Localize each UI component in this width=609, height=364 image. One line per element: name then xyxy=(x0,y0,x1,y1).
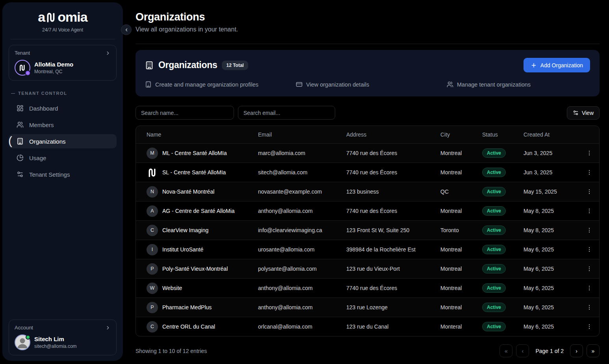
org-address: 398984 de la Rochelière Est xyxy=(346,246,440,253)
row-actions-button[interactable] xyxy=(583,147,595,159)
feature-manage-tenant: Manage tenant organizations xyxy=(447,81,590,88)
next-page-button[interactable]: › xyxy=(570,344,583,357)
table-row[interactable]: A AG - Centre de Santé AlloMia anthony@a… xyxy=(136,201,599,220)
dashboard-icon xyxy=(17,105,24,112)
org-city: Toronto xyxy=(440,227,482,233)
org-email: orlcanal@allomia.com xyxy=(258,323,346,330)
org-created-at: May 8, 2025 xyxy=(524,208,583,214)
more-vertical-icon xyxy=(586,208,592,214)
column-header-created[interactable]: Created At xyxy=(524,131,583,138)
sidebar-item-dashboard[interactable]: Dashboard xyxy=(9,101,117,115)
chevron-left-icon xyxy=(124,28,129,32)
more-vertical-icon xyxy=(586,169,592,176)
search-name-input[interactable] xyxy=(136,106,234,120)
row-actions-button[interactable] xyxy=(583,301,595,313)
table-row[interactable]: P Pharmacie MedPlus anthony@allomia.com … xyxy=(136,297,599,317)
org-avatar: P xyxy=(147,302,158,313)
section-dash xyxy=(11,93,15,94)
online-status-dot xyxy=(26,335,30,340)
add-organization-button[interactable]: Add Organization xyxy=(524,58,590,72)
table-row[interactable]: C ClearView Imaging info@clearviewimagin… xyxy=(136,220,599,240)
more-vertical-icon xyxy=(586,266,592,272)
row-actions-button[interactable] xyxy=(583,224,595,236)
first-page-button[interactable]: « xyxy=(499,344,512,357)
sidebar-item-usage[interactable]: Usage xyxy=(9,151,117,165)
row-actions-button[interactable] xyxy=(583,263,595,275)
entries-summary: Showing 1 to 10 of 12 entries xyxy=(136,348,207,354)
allomia-logo: a omia xyxy=(9,9,117,25)
building-icon xyxy=(145,61,154,70)
org-created-at: Jun 3, 2025 xyxy=(524,150,583,156)
last-page-button[interactable]: » xyxy=(587,344,600,357)
users-icon xyxy=(17,121,24,128)
account-card[interactable]: Account Sitech Lim sitech@allomia.com xyxy=(9,320,117,355)
org-address: 7740 rue des Écores xyxy=(346,169,440,176)
row-actions-button[interactable] xyxy=(583,166,595,178)
status-badge: Active xyxy=(482,225,506,235)
org-name: Nova-Santé Montréal xyxy=(162,188,214,195)
chevron-right-icon xyxy=(105,50,111,56)
org-name: AG - Centre de Santé AlloMia xyxy=(162,208,235,214)
sidebar-collapse-button[interactable] xyxy=(121,24,132,35)
org-created-at: Jun 3, 2025 xyxy=(524,169,583,176)
status-badge: Active xyxy=(482,206,506,216)
row-actions-button[interactable] xyxy=(583,244,595,255)
table-row[interactable]: SL - Centre Santé AlloMIa sitech@allomia… xyxy=(136,163,599,182)
sidebar-section-label: Tenant Control xyxy=(11,91,114,96)
table-row[interactable]: I Institut UroSanté urosante@allomia.com… xyxy=(136,240,599,259)
sliders-icon xyxy=(573,110,579,116)
tenant-card[interactable]: Tenant ⌂ AlloMia Demo Montreal, QC xyxy=(9,45,117,81)
logo-text-post: omia xyxy=(58,9,87,25)
org-name: Institut UroSanté xyxy=(162,246,203,253)
status-badge: Active xyxy=(482,264,506,273)
previous-page-button[interactable]: ‹ xyxy=(516,344,529,357)
table-row[interactable]: N Nova-Santé Montréal novasante@example.… xyxy=(136,182,599,201)
pie-chart-icon xyxy=(17,154,24,161)
column-header-status[interactable]: Status xyxy=(482,131,524,138)
sidebar-item-tenant-settings[interactable]: Tenant Settings xyxy=(9,167,117,181)
column-header-address[interactable]: Address xyxy=(346,131,440,138)
table-row[interactable]: C Centre ORL du Canal orlcanal@allomia.c… xyxy=(136,317,599,336)
status-badge: Active xyxy=(482,245,506,254)
view-options-button[interactable]: View xyxy=(567,106,600,120)
org-address: 7740 rue des Écores xyxy=(346,285,440,291)
org-name: Centre ORL du Canal xyxy=(162,323,215,330)
more-vertical-icon xyxy=(586,304,592,310)
table-row[interactable]: M ML - Centre Santé AlloMIa marc@allomia… xyxy=(136,143,599,163)
active-indicator: ( xyxy=(8,135,12,147)
app-window: a omia 24/7 AI Voice Agent Tenant xyxy=(0,0,609,364)
row-actions-button[interactable] xyxy=(583,321,595,333)
org-email: marc@allomia.com xyxy=(258,150,346,156)
chevron-right-icon xyxy=(105,325,111,331)
row-actions-button[interactable] xyxy=(583,205,595,217)
org-email: sitech@allomia.com xyxy=(258,169,346,176)
column-header-email[interactable]: Email xyxy=(258,131,346,138)
org-city: Montreal xyxy=(440,246,482,253)
search-email-input[interactable] xyxy=(238,106,335,120)
sidebar-item-organizations[interactable]: ( Organizations xyxy=(9,134,117,148)
org-name: Poly-Santé Vieux-Montréal xyxy=(162,266,228,272)
org-avatar: I xyxy=(147,244,158,255)
more-vertical-icon xyxy=(586,188,592,195)
org-address: 7740 rue des Écores xyxy=(346,208,440,214)
org-city: Montreal xyxy=(440,285,482,291)
page-title: Organizations xyxy=(136,11,600,23)
pagination: « ‹ Page 1 of 2 › » xyxy=(499,344,600,357)
org-email: anthony@allomia.com xyxy=(258,208,346,214)
org-address: 123 rue Lozenge xyxy=(346,304,440,310)
org-created-at: May 6, 2025 xyxy=(524,304,583,310)
org-created-at: May 6, 2025 xyxy=(524,246,583,253)
org-avatar: A xyxy=(147,205,158,217)
column-header-city[interactable]: City xyxy=(440,131,482,138)
tenant-location: Montreal, QC xyxy=(34,69,73,74)
organizations-table: Name Email Address City Status Created A… xyxy=(136,126,600,336)
sidebar-item-members[interactable]: Members xyxy=(9,118,117,132)
row-actions-button[interactable] xyxy=(583,282,595,294)
row-actions-button[interactable] xyxy=(583,186,595,198)
table-row[interactable]: P Poly-Santé Vieux-Montréal polysante@al… xyxy=(136,259,599,278)
table-row[interactable]: W Website anthony@allomia.com 7740 rue d… xyxy=(136,278,599,297)
logo-text-pre: a xyxy=(38,9,45,25)
column-header-name[interactable]: Name xyxy=(136,131,258,138)
card-icon xyxy=(296,81,303,88)
org-address: 123 rue du Vieux-Port xyxy=(346,266,440,272)
